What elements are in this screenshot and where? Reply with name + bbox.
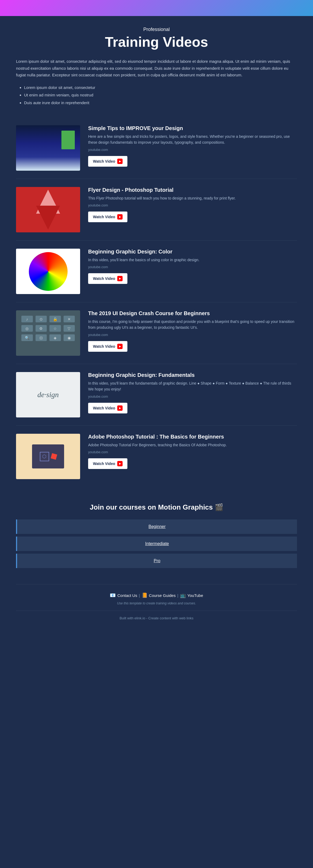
video-desc-4: In this course, I'm going to help answer… [88,319,297,331]
play-icon-5 [117,405,123,411]
video-source-4: youtube.com [88,333,297,337]
bullet-item-2: Ut enim ad minim veniam, quis nostrud [24,91,297,99]
video-title-2: Flyer Design - Photoshop Tutorial [88,187,297,193]
ui-icon-8: ▽ [64,325,75,332]
video-title-1: Simple Tips to IMPROVE your Design [88,125,297,131]
ui-icon-7: ☆ [50,325,61,332]
youtube-icon: 📺 [180,592,186,598]
watch-label-6: Watch Video [93,462,115,466]
video-title-5: Beginning Graphic Design: Fundamentals [88,372,297,378]
watch-button-4[interactable]: Watch Video [88,341,127,352]
ui-icon-5: ◎ [21,325,33,332]
guide-link[interactable]: Course Guides [149,593,176,598]
ui-icon-12: ◉ [64,334,75,341]
video-info-6: Adobe Photoshop Tutorial : The Basics fo… [88,434,297,469]
video-title-3: Beginning Graphic Design: Color [88,249,297,255]
contact-link[interactable]: Contact Us [117,593,137,598]
video-thumbnail-3 [16,249,80,294]
video-desc-1: Here are a few simple tips and tricks fo… [88,133,297,146]
video-thumbnail-5: de·sign [16,372,80,417]
video-thumbnail-4: ♪ ⊙ 🔒 ✕ ◎ ⚙ ☆ ▽ 🔍 ⊡ ◈ ◉ [16,310,80,356]
join-section: Join our courses on Motion Graphics 🎬 Be… [16,503,297,568]
header-banner [0,0,313,16]
ui-icon-10: ⊡ [35,334,47,341]
footer-template-note: Use this template to create training vid… [16,601,297,605]
video-desc-6: Adobe Photoshop Tutorial For Beginners, … [88,442,297,448]
video-source-5: youtube.com [88,395,297,399]
bullet-item-1: Lorem ipsum dolor sit amet, consectetur [24,84,297,92]
video-title-6: Adobe Photoshop Tutorial : The Basics fo… [88,434,297,440]
course-beginner-label: Beginner [149,524,165,529]
course-intermediate-button[interactable]: Intermediate [16,536,297,551]
watch-button-6[interactable]: Watch Video [88,458,127,469]
video-info-5: Beginning Graphic Design: Fundamentals I… [88,372,297,413]
watch-button-2[interactable]: Watch Video [88,212,127,222]
video-source-6: youtube.com [88,450,297,454]
video-title-4: The 2019 UI Design Crash Course for Begi… [88,310,297,316]
course-beginner-button[interactable]: Beginner [16,520,297,534]
join-title-emoji: 🎬 [215,503,223,511]
join-title-prefix: Join our courses on [90,503,158,511]
ps-monitor: ⬡ [32,444,64,468]
bullet-item-3: Duis aute irure dolor in reprehenderit [24,99,297,107]
video-card-3: Beginning Graphic Design: Color In this … [16,241,297,302]
footer: 📧 Contact Us | 📙 Course Guides | 📺 YouTu… [16,584,297,620]
intro-paragraph: Lorem ipsum dolor sit amet, consectetur … [16,58,297,79]
join-title: Join our courses on Motion Graphics 🎬 [16,503,297,512]
ui-icon-3: 🔒 [50,316,61,322]
separator-1: | [139,593,140,598]
thumb-text-5: de·sign [37,391,59,399]
join-title-highlight: Motion Graphics [158,503,213,511]
ui-icon-11: ◈ [50,334,61,341]
video-source-3: youtube.com [88,265,297,269]
video-source-1: youtube.com [88,148,297,152]
play-icon-6 [117,461,123,466]
watch-label-2: Watch Video [93,215,115,219]
video-card-5: de·sign Beginning Graphic Design: Fundam… [16,364,297,426]
page-title: Training Videos [16,34,297,50]
video-desc-2: This Flyer Photoshop tutorial will teach… [88,195,297,201]
video-info-4: The 2019 UI Design Crash Course for Begi… [88,310,297,352]
play-icon-1 [117,159,123,164]
youtube-link[interactable]: YouTube [187,593,203,598]
ui-icon-6: ⚙ [35,325,47,332]
watch-button-1[interactable]: Watch Video [88,156,127,167]
ui-icon-9: 🔍 [21,334,33,341]
watch-label-5: Watch Video [93,406,115,410]
video-thumbnail-1 [16,125,80,170]
course-intermediate-label: Intermediate [145,541,169,546]
video-card-4: ♪ ⊙ 🔒 ✕ ◎ ⚙ ☆ ▽ 🔍 ⊡ ◈ ◉ The 2019 UI Desi… [16,302,297,364]
watch-button-5[interactable]: Watch Video [88,403,127,413]
video-info-3: Beginning Graphic Design: Color In this … [88,249,297,284]
watch-label-3: Watch Video [93,276,115,281]
course-pro-button[interactable]: Pro [16,554,297,568]
ui-icon-2: ⊙ [35,316,47,322]
ui-icon-4: ✕ [64,316,75,322]
video-card-6: ⬡ Adobe Photoshop Tutorial : The Basics … [16,426,297,487]
separator-2: | [177,593,178,598]
play-icon-2 [117,214,123,220]
video-desc-3: In this video, you'll learn the basics o… [88,257,297,263]
watch-button-3[interactable]: Watch Video [88,273,127,284]
video-info-1: Simple Tips to IMPROVE your Design Here … [88,125,297,167]
main-content: Professional Training Videos Lorem ipsum… [0,16,313,636]
page-subtitle: Professional [16,27,297,32]
play-icon-4 [117,344,123,349]
play-icon-3 [117,276,123,281]
watch-label-1: Watch Video [93,159,115,163]
intro-bullet-list: Lorem ipsum dolor sit amet, consectetur … [16,84,297,107]
ui-icon-1: ♪ [21,316,33,322]
video-list: Simple Tips to IMPROVE your Design Here … [16,117,297,487]
watch-label-4: Watch Video [93,344,115,348]
video-card-2: Flyer Design - Photoshop Tutorial This F… [16,179,297,241]
guide-icon: 📙 [142,592,148,598]
course-pro-label: Pro [154,558,160,563]
footer-links: 📧 Contact Us | 📙 Course Guides | 📺 YouTu… [16,592,297,598]
video-card-1: Simple Tips to IMPROVE your Design Here … [16,117,297,179]
footer-built-with: Built with elink.io - Create content wit… [16,611,297,620]
contact-icon: 📧 [110,592,116,598]
video-thumbnail-6: ⬡ [16,434,80,479]
video-source-2: youtube.com [88,203,297,207]
video-info-2: Flyer Design - Photoshop Tutorial This F… [88,187,297,222]
video-thumbnail-2 [16,187,80,232]
